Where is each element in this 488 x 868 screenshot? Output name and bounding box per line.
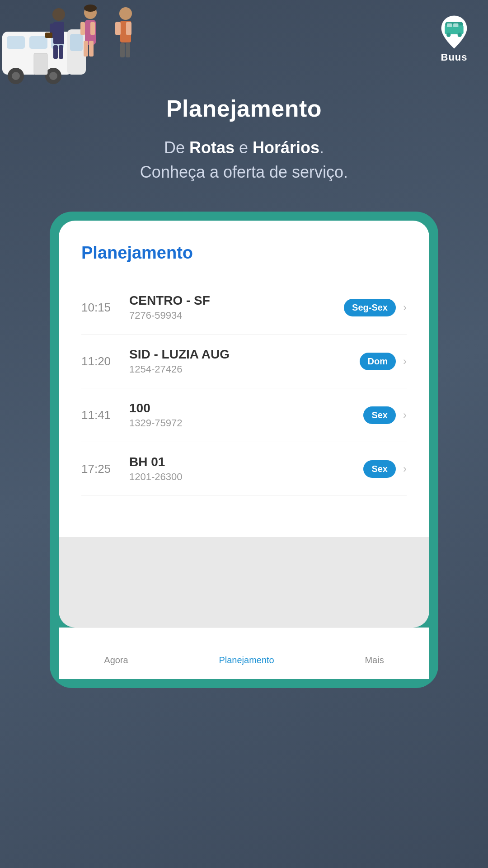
subtitle-mid: e [235,138,253,157]
route-list: 10:15 CENTRO - SF 7276-59934 Seg-Sex › 1… [81,281,407,496]
route-time-3: 11:41 [81,408,122,422]
route-arrow-3: › [403,409,407,421]
svg-rect-28 [126,43,130,57]
svg-point-35 [446,33,450,37]
hero-subtitle: De Rotas e Horários. Conheça a oferta de… [0,136,488,184]
svg-rect-33 [447,24,452,27]
svg-rect-14 [59,45,63,59]
svg-rect-3 [7,36,25,49]
svg-rect-22 [89,41,94,57]
subtitle-rotas: Rotas [189,138,235,157]
header: Buus Planejamento De Rotas e Horários. C… [0,0,488,184]
route-info-2: SID - LUZIA AUG 1254-27426 [122,347,360,375]
svg-rect-24 [90,22,95,35]
route-item-3[interactable]: 11:41 100 1329-75972 Sex › [81,388,407,442]
app-background: Buus Planejamento De Rotas e Horários. C… [0,0,488,868]
svg-point-9 [49,72,57,80]
svg-point-36 [458,33,462,37]
svg-point-7 [12,72,20,80]
route-arrow-2: › [403,355,407,368]
nav-item-agora[interactable]: Agora [104,637,128,665]
svg-rect-13 [53,45,58,59]
route-time-2: 11:20 [81,354,122,368]
subtitle-pre: De [164,138,189,157]
page-title: Planejamento [0,95,488,122]
svg-point-25 [119,7,132,20]
svg-point-19 [84,5,97,12]
svg-rect-4 [29,36,47,49]
route-info-1: CENTRO - SF 7276-59934 [122,293,344,321]
logo-pin [438,14,470,50]
route-name-2: SID - LUZIA AUG [129,347,352,362]
logo-text: Buus [441,52,468,63]
people-illustration [45,5,145,63]
route-code-1: 7276-59934 [129,310,337,321]
subtitle-horarios: Horários [253,138,319,157]
nav-item-mais[interactable]: Mais [365,637,384,665]
route-badge-4: Sex [363,460,396,478]
route-time-1: 10:15 [81,301,122,315]
route-name-4: BH 01 [129,455,356,469]
phone-bottom-area [59,537,429,627]
nav-item-planejamento[interactable]: Planejamento [219,637,274,665]
route-name-1: CENTRO - SF [129,293,337,308]
route-arrow-1: › [403,301,407,314]
svg-rect-16 [60,24,64,38]
route-item-1[interactable]: 10:15 CENTRO - SF 7276-59934 Seg-Sex › [81,281,407,335]
route-name-3: 100 [129,401,356,415]
subtitle-end: . [319,138,324,157]
route-info-4: BH 01 1201-26300 [122,455,363,483]
svg-rect-21 [84,41,88,57]
route-time-4: 17:25 [81,462,122,476]
svg-point-11 [52,8,65,21]
route-item-4[interactable]: 17:25 BH 01 1201-26300 Sex › [81,442,407,496]
screen-content: Planejamento 10:15 CENTRO - SF 7276-5993… [59,221,429,496]
svg-rect-17 [45,33,52,38]
svg-rect-34 [453,24,458,27]
svg-rect-29 [115,22,121,35]
logo-container: Buus [438,14,470,63]
nav-label-planejamento: Planejamento [219,655,274,665]
nav-label-mais: Mais [365,655,384,665]
screen-title: Planejamento [81,243,407,263]
bottom-nav: Agora [59,627,429,679]
svg-rect-23 [80,22,85,35]
subtitle-line-2: Conheça a oferta de serviço. [27,160,461,184]
svg-rect-27 [120,43,125,57]
nav-label-agora: Agora [104,655,128,665]
route-arrow-4: › [403,462,407,475]
svg-rect-30 [126,22,131,35]
route-item-2[interactable]: 11:20 SID - LUZIA AUG 1254-27426 Dom › [81,335,407,388]
phone-mockup: Planejamento 10:15 CENTRO - SF 7276-5993… [50,212,438,688]
people-svg [45,5,145,63]
phone-screen: Planejamento 10:15 CENTRO - SF 7276-5993… [59,221,429,537]
route-badge-2: Dom [360,353,396,370]
route-info-3: 100 1329-75972 [122,401,363,429]
route-badge-3: Sex [363,406,396,424]
subtitle-line-1: De Rotas e Horários. [27,136,461,160]
route-code-3: 1329-75972 [129,417,356,429]
route-badge-1: Seg-Sex [344,299,396,316]
route-code-4: 1201-26300 [129,471,356,483]
route-code-2: 1254-27426 [129,363,352,375]
